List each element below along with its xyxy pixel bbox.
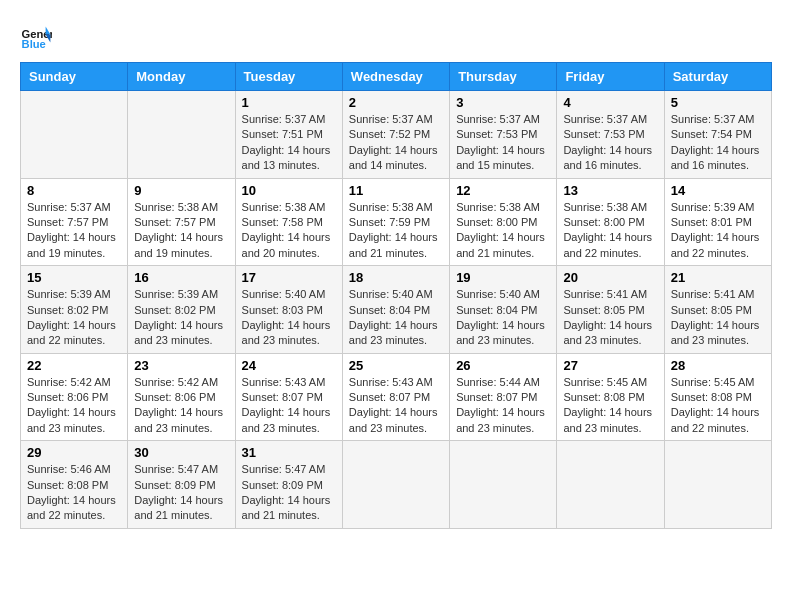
day-info: Sunrise: 5:38 AMSunset: 7:58 PMDaylight:… [242, 200, 336, 262]
calendar-table: SundayMondayTuesdayWednesdayThursdayFrid… [20, 62, 772, 529]
weekday-header-thursday: Thursday [450, 63, 557, 91]
calendar-cell: 5Sunrise: 5:37 AMSunset: 7:54 PMDaylight… [664, 91, 771, 179]
day-info: Sunrise: 5:40 AMSunset: 8:03 PMDaylight:… [242, 287, 336, 349]
day-info: Sunrise: 5:40 AMSunset: 8:04 PMDaylight:… [349, 287, 443, 349]
day-number: 11 [349, 183, 443, 198]
weekday-header-row: SundayMondayTuesdayWednesdayThursdayFrid… [21, 63, 772, 91]
weekday-header-friday: Friday [557, 63, 664, 91]
calendar-week-row: 1Sunrise: 5:37 AMSunset: 7:51 PMDaylight… [21, 91, 772, 179]
day-info: Sunrise: 5:47 AMSunset: 8:09 PMDaylight:… [134, 462, 228, 524]
day-number: 16 [134, 270, 228, 285]
day-number: 29 [27, 445, 121, 460]
day-info: Sunrise: 5:38 AMSunset: 8:00 PMDaylight:… [563, 200, 657, 262]
calendar-cell: 10Sunrise: 5:38 AMSunset: 7:58 PMDayligh… [235, 178, 342, 266]
day-info: Sunrise: 5:46 AMSunset: 8:08 PMDaylight:… [27, 462, 121, 524]
day-info: Sunrise: 5:45 AMSunset: 8:08 PMDaylight:… [671, 375, 765, 437]
day-number: 10 [242, 183, 336, 198]
day-info: Sunrise: 5:39 AMSunset: 8:02 PMDaylight:… [27, 287, 121, 349]
day-number: 20 [563, 270, 657, 285]
calendar-week-row: 8Sunrise: 5:37 AMSunset: 7:57 PMDaylight… [21, 178, 772, 266]
calendar-cell: 12Sunrise: 5:38 AMSunset: 8:00 PMDayligh… [450, 178, 557, 266]
calendar-cell [342, 441, 449, 529]
calendar-cell [21, 91, 128, 179]
day-number: 18 [349, 270, 443, 285]
calendar-cell: 1Sunrise: 5:37 AMSunset: 7:51 PMDaylight… [235, 91, 342, 179]
day-number: 3 [456, 95, 550, 110]
calendar-cell: 15Sunrise: 5:39 AMSunset: 8:02 PMDayligh… [21, 266, 128, 354]
day-number: 26 [456, 358, 550, 373]
day-info: Sunrise: 5:37 AMSunset: 7:54 PMDaylight:… [671, 112, 765, 174]
calendar-week-row: 15Sunrise: 5:39 AMSunset: 8:02 PMDayligh… [21, 266, 772, 354]
calendar-cell: 23Sunrise: 5:42 AMSunset: 8:06 PMDayligh… [128, 353, 235, 441]
calendar-cell: 31Sunrise: 5:47 AMSunset: 8:09 PMDayligh… [235, 441, 342, 529]
day-number: 1 [242, 95, 336, 110]
calendar-cell: 20Sunrise: 5:41 AMSunset: 8:05 PMDayligh… [557, 266, 664, 354]
day-info: Sunrise: 5:42 AMSunset: 8:06 PMDaylight:… [27, 375, 121, 437]
day-info: Sunrise: 5:47 AMSunset: 8:09 PMDaylight:… [242, 462, 336, 524]
calendar-cell: 29Sunrise: 5:46 AMSunset: 8:08 PMDayligh… [21, 441, 128, 529]
calendar-cell: 8Sunrise: 5:37 AMSunset: 7:57 PMDaylight… [21, 178, 128, 266]
day-number: 28 [671, 358, 765, 373]
calendar-cell: 21Sunrise: 5:41 AMSunset: 8:05 PMDayligh… [664, 266, 771, 354]
calendar-cell: 3Sunrise: 5:37 AMSunset: 7:53 PMDaylight… [450, 91, 557, 179]
calendar-cell: 28Sunrise: 5:45 AMSunset: 8:08 PMDayligh… [664, 353, 771, 441]
weekday-header-wednesday: Wednesday [342, 63, 449, 91]
calendar-cell: 4Sunrise: 5:37 AMSunset: 7:53 PMDaylight… [557, 91, 664, 179]
calendar-cell: 26Sunrise: 5:44 AMSunset: 8:07 PMDayligh… [450, 353, 557, 441]
calendar-cell [557, 441, 664, 529]
day-info: Sunrise: 5:38 AMSunset: 8:00 PMDaylight:… [456, 200, 550, 262]
day-number: 13 [563, 183, 657, 198]
day-number: 4 [563, 95, 657, 110]
logo: General Blue [20, 20, 52, 52]
day-info: Sunrise: 5:37 AMSunset: 7:52 PMDaylight:… [349, 112, 443, 174]
logo-icon: General Blue [20, 20, 52, 52]
day-info: Sunrise: 5:45 AMSunset: 8:08 PMDaylight:… [563, 375, 657, 437]
day-info: Sunrise: 5:41 AMSunset: 8:05 PMDaylight:… [671, 287, 765, 349]
weekday-header-tuesday: Tuesday [235, 63, 342, 91]
calendar-cell: 24Sunrise: 5:43 AMSunset: 8:07 PMDayligh… [235, 353, 342, 441]
day-info: Sunrise: 5:43 AMSunset: 8:07 PMDaylight:… [242, 375, 336, 437]
weekday-header-saturday: Saturday [664, 63, 771, 91]
calendar-cell: 22Sunrise: 5:42 AMSunset: 8:06 PMDayligh… [21, 353, 128, 441]
calendar-cell: 2Sunrise: 5:37 AMSunset: 7:52 PMDaylight… [342, 91, 449, 179]
calendar-cell: 14Sunrise: 5:39 AMSunset: 8:01 PMDayligh… [664, 178, 771, 266]
day-info: Sunrise: 5:40 AMSunset: 8:04 PMDaylight:… [456, 287, 550, 349]
day-number: 19 [456, 270, 550, 285]
day-info: Sunrise: 5:43 AMSunset: 8:07 PMDaylight:… [349, 375, 443, 437]
day-number: 14 [671, 183, 765, 198]
day-number: 8 [27, 183, 121, 198]
day-number: 22 [27, 358, 121, 373]
day-number: 9 [134, 183, 228, 198]
calendar-cell [128, 91, 235, 179]
day-number: 23 [134, 358, 228, 373]
svg-text:Blue: Blue [22, 38, 46, 50]
calendar-cell: 25Sunrise: 5:43 AMSunset: 8:07 PMDayligh… [342, 353, 449, 441]
day-info: Sunrise: 5:38 AMSunset: 7:59 PMDaylight:… [349, 200, 443, 262]
calendar-cell [664, 441, 771, 529]
header: General Blue [20, 20, 772, 52]
day-info: Sunrise: 5:44 AMSunset: 8:07 PMDaylight:… [456, 375, 550, 437]
day-number: 12 [456, 183, 550, 198]
weekday-header-monday: Monday [128, 63, 235, 91]
day-info: Sunrise: 5:39 AMSunset: 8:01 PMDaylight:… [671, 200, 765, 262]
day-info: Sunrise: 5:39 AMSunset: 8:02 PMDaylight:… [134, 287, 228, 349]
calendar-cell: 19Sunrise: 5:40 AMSunset: 8:04 PMDayligh… [450, 266, 557, 354]
day-number: 27 [563, 358, 657, 373]
day-info: Sunrise: 5:38 AMSunset: 7:57 PMDaylight:… [134, 200, 228, 262]
day-info: Sunrise: 5:37 AMSunset: 7:51 PMDaylight:… [242, 112, 336, 174]
calendar-cell: 18Sunrise: 5:40 AMSunset: 8:04 PMDayligh… [342, 266, 449, 354]
day-number: 17 [242, 270, 336, 285]
day-number: 2 [349, 95, 443, 110]
calendar-cell: 16Sunrise: 5:39 AMSunset: 8:02 PMDayligh… [128, 266, 235, 354]
calendar-cell: 13Sunrise: 5:38 AMSunset: 8:00 PMDayligh… [557, 178, 664, 266]
calendar-cell: 17Sunrise: 5:40 AMSunset: 8:03 PMDayligh… [235, 266, 342, 354]
calendar-cell: 27Sunrise: 5:45 AMSunset: 8:08 PMDayligh… [557, 353, 664, 441]
day-number: 15 [27, 270, 121, 285]
calendar-cell: 11Sunrise: 5:38 AMSunset: 7:59 PMDayligh… [342, 178, 449, 266]
day-number: 25 [349, 358, 443, 373]
calendar-cell: 30Sunrise: 5:47 AMSunset: 8:09 PMDayligh… [128, 441, 235, 529]
calendar-cell: 9Sunrise: 5:38 AMSunset: 7:57 PMDaylight… [128, 178, 235, 266]
day-number: 31 [242, 445, 336, 460]
weekday-header-sunday: Sunday [21, 63, 128, 91]
calendar-week-row: 22Sunrise: 5:42 AMSunset: 8:06 PMDayligh… [21, 353, 772, 441]
